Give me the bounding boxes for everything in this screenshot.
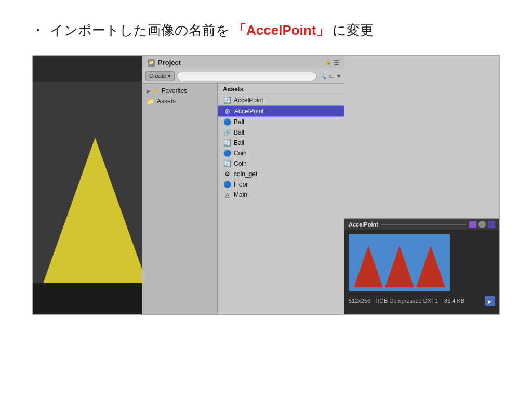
search-input[interactable] — [177, 72, 317, 81]
panel-body: ▶ ★ Favorites 📁 Assets Assets 🔄 — [142, 84, 344, 314]
tag-icon[interactable]: 🏷 — [328, 73, 334, 79]
favorites-label: Favorites — [162, 87, 187, 95]
coin-script-icon: 🔄 — [223, 159, 231, 168]
assets-column: Assets 🔄 AccelPoint ⚙ AccelPoint 🔵 — [218, 84, 344, 314]
create-button[interactable]: Create ▾ — [145, 71, 175, 81]
unity-project-panel: 📁 Project 🔒 ☰ Create ▾ 🔍 🏷 ★ — [142, 56, 344, 314]
preview-filesize: 85.4 KB — [444, 298, 464, 304]
audio-icon: ⚙ — [223, 170, 231, 178]
assets-label: Assets — [157, 98, 176, 105]
texture-icon: 🔄 — [223, 96, 231, 104]
panel-title-icons: 🔒 ☰ — [325, 59, 339, 66]
asset-label: Coin — [234, 160, 247, 167]
preview-image-area — [344, 230, 499, 296]
scene-icon: △ — [223, 191, 231, 199]
assets-header: Assets — [218, 84, 344, 95]
asset-label: Floor — [234, 181, 248, 188]
asset-label: Coin — [234, 150, 247, 157]
asset-label: coin_get — [234, 170, 257, 178]
sidebar-item-favorites[interactable]: ▶ ★ Favorites — [142, 86, 217, 96]
yellow-diagonal-shape — [43, 138, 142, 283]
asset-item-coin-script[interactable]: 🔄 Coin — [218, 158, 344, 169]
sidebar-item-assets[interactable]: 📁 Assets — [142, 96, 217, 107]
preview-panel: AccelPoint — [344, 218, 499, 314]
preview-circle-icon — [478, 221, 486, 228]
search-icon: 🔍 — [319, 73, 326, 79]
preview-format: RGB Compressed DXT1 — [375, 298, 437, 304]
menu-icon: ☰ — [334, 59, 339, 66]
red-triangle-2 — [385, 246, 414, 287]
asset-item-ball-mesh[interactable]: 🔗 Ball — [218, 127, 344, 138]
arrow-right-icon — [488, 296, 492, 305]
script-icon: 🔄 — [223, 139, 231, 147]
panel-title: Project — [158, 59, 181, 66]
asset-item-ball-script[interactable]: 🔄 Ball — [218, 138, 344, 148]
preview-title: AccelPoint — [349, 221, 378, 228]
asset-label: Ball — [234, 129, 244, 136]
panel-title-bar: 📁 Project 🔒 ☰ — [142, 56, 344, 69]
preview-size: 512x256 — [349, 298, 370, 304]
floor-sphere-icon: 🔵 — [223, 180, 231, 189]
instruction-accent: 「AccelPoint」 — [233, 21, 329, 39]
instruction-text-before: インポートした画像の名前を — [50, 21, 230, 39]
asset-label: Main — [234, 191, 247, 198]
favorites-star-icon: ★ — [153, 87, 159, 95]
asset-label: Ball — [234, 118, 244, 126]
red-triangles-container — [349, 234, 450, 291]
preview-meta: 512x256 RGB Compressed DXT1 85.4 KB — [349, 298, 464, 304]
red-triangle-1 — [354, 246, 383, 287]
star-filter-icon[interactable]: ★ — [336, 73, 341, 79]
prefab-icon: ⚙ — [223, 107, 232, 115]
red-triangle-3 — [416, 246, 445, 287]
black-stripe-bottom — [33, 283, 142, 314]
instruction-text-after: に変更 — [332, 21, 374, 39]
instruction-line: ・ インポートした画像の名前を 「AccelPoint」 に変更 — [31, 21, 501, 39]
panel-toolbar: Create ▾ 🔍 🏷 ★ — [142, 69, 344, 84]
asset-item-ball-sphere[interactable]: 🔵 Ball — [218, 117, 344, 127]
panel-folder-icon: 📁 — [148, 59, 155, 66]
preview-select-button[interactable] — [485, 296, 495, 306]
asset-item-coin-get[interactable]: ⚙ coin_get — [218, 169, 344, 179]
sphere-icon: 🔵 — [223, 118, 231, 126]
preview-thumbnail — [349, 234, 450, 291]
asset-item-accelpoint-texture[interactable]: 🔄 AccelPoint — [218, 95, 344, 105]
asset-label: AccelPoint — [234, 97, 263, 104]
asset-item-main[interactable]: △ Main — [218, 190, 344, 200]
asset-item-accelpoint-selected[interactable]: ⚙ AccelPoint — [218, 105, 344, 117]
asset-label: Ball — [234, 139, 244, 147]
bullet: ・ — [31, 21, 45, 39]
asset-label-selected: AccelPoint — [234, 108, 264, 115]
asset-item-coin-sphere[interactable]: 🔵 Coin — [218, 148, 344, 158]
preview-header: AccelPoint — [344, 219, 499, 230]
assets-folder-icon: 📁 — [147, 98, 154, 105]
preview-divider-line — [381, 224, 466, 225]
coin-sphere-icon: 🔵 — [223, 149, 231, 157]
black-stripe-top — [33, 56, 142, 82]
mesh-icon: 🔗 — [223, 128, 231, 137]
preview-footer: 512x256 RGB Compressed DXT1 85.4 KB — [344, 296, 499, 308]
game-scene — [33, 56, 142, 314]
right-area: AccelPoint — [344, 56, 499, 314]
asset-item-floor[interactable]: 🔵 Floor — [218, 179, 344, 190]
sidebar-column: ▶ ★ Favorites 📁 Assets — [142, 84, 218, 314]
lock-icon: 🔒 — [325, 59, 331, 66]
page-container: ・ インポートした画像の名前を 「AccelPoint」 に変更 📁 Proje… — [0, 0, 532, 399]
preview-header-icons — [469, 221, 495, 228]
preview-pattern-icon — [488, 221, 495, 228]
screenshot-container: 📁 Project 🔒 ☰ Create ▾ 🔍 🏷 ★ — [32, 55, 500, 315]
preview-color-icon — [469, 221, 476, 228]
